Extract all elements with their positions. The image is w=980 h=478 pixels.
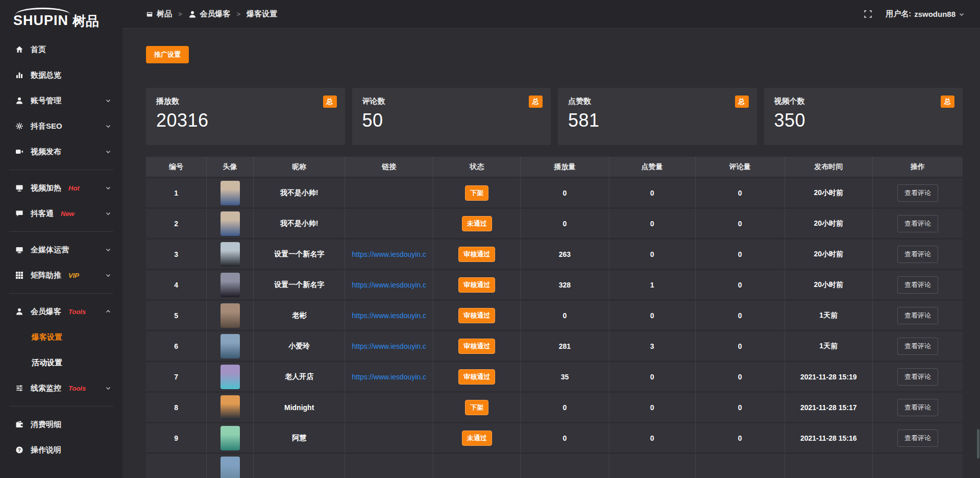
sidebar-item-home[interactable]: 首页 [0,37,122,62]
sidebar-item-douketong[interactable]: 抖客通New [0,201,122,226]
column-header: 状态 [433,157,521,178]
cell-status: 未通过 [433,209,521,240]
view-comments-button[interactable]: 查看评论 [897,399,938,416]
breadcrumb-item[interactable]: 会员爆客 [188,9,231,19]
sidebar-item-label: 抖音SEO [31,122,62,131]
table-row: 2我不是小帅!未通过00020小时前查看评论 [146,209,963,240]
column-header: 操作 [873,157,963,178]
cell-status: 审核通过 [433,270,521,301]
scrollbar-thumb[interactable] [977,429,979,459]
sidebar-item-label: 消费明细 [31,420,61,429]
breadcrumb-item[interactable]: 树品 [146,9,172,19]
stat-card-value: 581 [568,110,747,131]
view-comments-button[interactable]: 查看评论 [897,338,938,355]
sidebar-item-clue-monitoring[interactable]: 线索监控Tools [0,375,122,401]
cell-nickname: Midnight [254,393,345,423]
sidebar-item-video-heating[interactable]: 视频加热Hot [0,175,122,201]
video-link[interactable]: https://www.iesdouyin.c [345,373,433,381]
cell-id [146,454,207,478]
cell-plays: 35 [521,362,609,393]
cell-nickname: 老彬 [254,301,345,331]
sliders-icon [15,384,23,392]
logo-text-en: SHUPIN [13,14,68,28]
sidebar-item-all-media-operation[interactable]: 全媒体运营 [0,237,122,262]
question-icon: ? [15,446,23,454]
sidebar-item-account-management[interactable]: 账号管理 [0,88,122,113]
view-comments-button[interactable]: 查看评论 [897,429,938,447]
breadcrumb-separator: > [237,10,241,18]
avatar [220,303,240,328]
cell-plays: 281 [521,331,609,362]
status-badge: 审核通过 [458,339,495,354]
cell-actions: 查看评论 [873,270,963,301]
cell-plays: 0 [521,423,609,454]
fullscreen-icon[interactable] [864,10,872,18]
cell-comments: 0 [696,270,785,301]
cell-id: 9 [146,423,207,454]
sidebar-item-video-publish[interactable]: 视频发布 [0,139,122,164]
sidebar-item-label: 会员爆客 [31,307,61,317]
cell-plays [521,454,609,478]
cell-link [345,423,433,454]
cell-comments: 0 [696,178,785,209]
sidebar-item-douyin-seo[interactable]: 抖音SEO [0,113,122,139]
chevron-down-icon [105,272,111,278]
sidebar-item-matrix-boost[interactable]: 矩阵助推VIP [0,262,122,288]
cell-link [345,393,433,423]
video-link[interactable]: https://www.iesdouyin.c [345,281,433,289]
sidebar-subitem-activity-settings[interactable]: 活动设置 [0,350,122,375]
breadcrumb-separator: > [178,10,182,18]
cell-avatar [207,240,254,270]
sidebar-item-operation-guide[interactable]: ?操作说明 [0,437,122,463]
video-link[interactable]: https://www.iesdouyin.c [345,312,433,320]
table-row: 8Midnight下架0002021-11-28 15:17查看评论 [146,393,963,423]
table-row: 6小爱玲https://www.iesdouyin.c审核通过281301天前查… [146,331,963,362]
cell-status: 审核通过 [433,301,521,331]
view-comments-button[interactable]: 查看评论 [897,307,938,324]
column-header: 点赞量 [609,157,696,178]
cell-plays: 0 [521,393,609,423]
sidebar-item-data-overview[interactable]: 数据总览 [0,62,122,88]
sidebar-item-label: 视频加热 [31,183,61,193]
view-comments-button[interactable]: 查看评论 [897,276,938,294]
cell-comments: 0 [696,301,785,331]
chevron-down-icon [105,149,111,155]
menu-divider [9,293,113,294]
sidebar-subitem-baoke-settings[interactable]: 爆客设置 [0,324,122,350]
sidebar-item-member-baoke[interactable]: 会员爆客Tools [0,299,122,324]
cell-status: 下架 [433,178,521,209]
cell-actions: 查看评论 [873,423,963,454]
cell-nickname [254,454,345,478]
cell-avatar [207,301,254,331]
app-logo[interactable]: SHUPIN 树品 [0,0,122,33]
video-link[interactable]: https://www.iesdouyin.c [345,342,433,350]
promote-settings-button[interactable]: 推广设置 [146,46,189,63]
breadcrumb-item[interactable]: 爆客设置 [247,9,277,19]
cell-plays: 328 [521,270,609,301]
cell-likes: 0 [609,301,696,331]
sidebar-menu: 首页数据总览账号管理抖音SEO视频发布视频加热Hot抖客通New全媒体运营矩阵助… [0,33,122,463]
view-comments-button[interactable]: 查看评论 [897,368,938,386]
cell-comments: 0 [696,423,785,454]
user-menu[interactable]: 用户名: zswodun88 [886,9,965,19]
view-comments-button[interactable]: 查看评论 [897,215,938,232]
chevron-down-icon [105,123,111,129]
view-comments-button[interactable]: 查看评论 [897,246,938,263]
topbar-right: 用户名: zswodun88 [864,9,965,19]
cell-actions: 查看评论 [873,209,963,240]
menu-tag: Tools [68,308,86,316]
user-icon [15,307,23,316]
stat-card: 播放数总20316 [146,88,345,145]
cell-link: https://www.iesdouyin.c [345,240,433,270]
chevron-down-icon [105,210,111,217]
cell-actions: 查看评论 [873,331,963,362]
cell-actions [873,454,963,478]
sidebar-item-consumption-details[interactable]: 消费明细 [0,412,122,437]
sidebar-item-label: 矩阵助推 [31,271,61,280]
video-link[interactable]: https://www.iesdouyin.c [345,250,433,258]
view-comments-button[interactable]: 查看评论 [897,184,938,202]
cell-nickname: 设置一个新名字 [254,240,345,270]
cell-time: 1天前 [785,301,873,331]
sidebar: SHUPIN 树品 首页数据总览账号管理抖音SEO视频发布视频加热Hot抖客通N… [0,0,122,478]
cell-avatar [207,454,254,478]
